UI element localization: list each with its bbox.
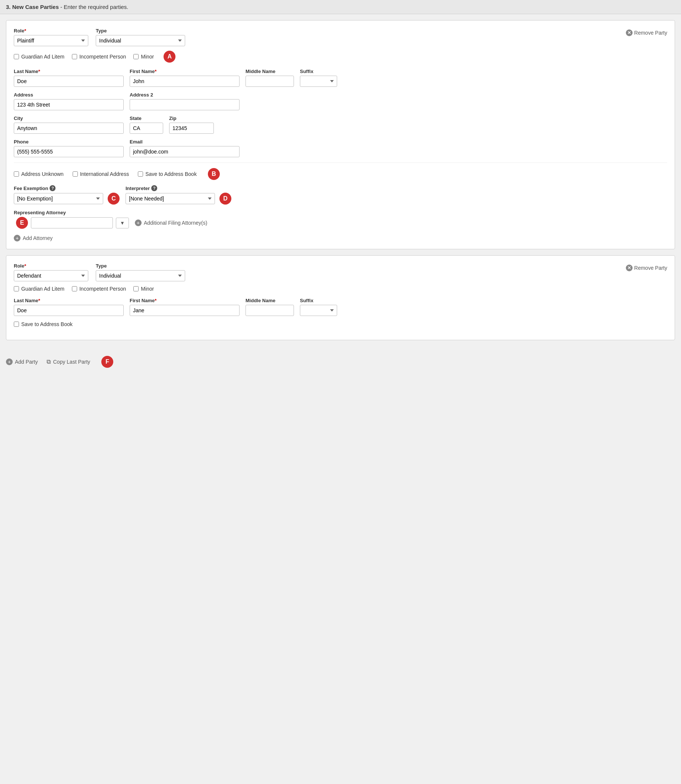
add-party-btn[interactable]: + Add Party (6, 358, 38, 365)
name-row-1: Last Name* First Name* Middle Name Suffi… (14, 68, 667, 87)
remove-party-btn-2[interactable]: ✕ Remove Party (626, 265, 667, 271)
address-unknown-checkbox-1[interactable]: Address Unknown (14, 171, 64, 177)
zip-input-1[interactable] (169, 123, 214, 134)
checkboxes-row-1: Guardian Ad Litem Incompetent Person Min… (14, 51, 667, 63)
last-name-label-1: Last Name* (14, 68, 124, 74)
party-card-1: Role* Plaintiff Type Individual ✕ Remove… (6, 20, 675, 249)
copy-last-party-btn[interactable]: ⧉ Copy Last Party (47, 358, 90, 365)
remove-party-label-2: Remove Party (634, 265, 667, 271)
international-checkbox-1[interactable]: International Address (73, 171, 129, 177)
add-party-icon: + (6, 358, 13, 365)
guardian-checkbox-2[interactable]: Guardian Ad Litem (14, 286, 65, 292)
save-address-input-1[interactable] (138, 171, 143, 177)
page-header: 3. New Case Parties - Enter the required… (0, 0, 681, 14)
last-name-input-1[interactable] (14, 76, 124, 87)
city-input-1[interactable] (14, 123, 124, 134)
filter-attorney-btn-1[interactable]: ▼ (116, 218, 129, 228)
first-name-input-2[interactable] (130, 305, 239, 316)
minor-checkbox-2[interactable]: Minor (133, 286, 154, 292)
incompetent-label-1: Incompetent Person (79, 54, 126, 60)
copy-icon: ⧉ (47, 358, 51, 365)
name-row-2: Last Name* First Name* Middle Name Suffi… (14, 298, 667, 316)
guardian-label-1: Guardian Ad Litem (21, 54, 65, 60)
badge-d: D (219, 193, 231, 204)
role-field-2: Role* Defendant (14, 263, 88, 281)
address2-field-1: Address 2 (130, 92, 239, 110)
header-title: 3. New Case Parties (6, 4, 59, 10)
minor-input-2[interactable] (133, 286, 139, 291)
type-label-1: Type (96, 28, 185, 33)
middle-name-label-2: Middle Name (245, 298, 294, 303)
remove-party-btn-1[interactable]: ✕ Remove Party (626, 29, 667, 36)
middle-name-input-2[interactable] (245, 305, 294, 316)
additional-filing-btn-1[interactable]: + Additional Filing Attorney(s) (135, 220, 207, 226)
fee-exemption-field-1: Fee Exemption ? [No Exemption] C (14, 185, 120, 204)
type-field-1: Type Individual (96, 28, 185, 46)
badge-a: A (163, 51, 176, 63)
remove-party-icon-2: ✕ (626, 265, 633, 271)
last-name-field-1: Last Name* (14, 68, 124, 87)
middle-name-label-1: Middle Name (245, 68, 294, 74)
type-select-1[interactable]: Individual (96, 35, 185, 46)
role-select-2[interactable]: Defendant (14, 270, 88, 281)
city-field-1: City (14, 116, 124, 134)
incompetent-input-2[interactable] (72, 286, 77, 291)
incompetent-checkbox-2[interactable]: Incompetent Person (72, 286, 126, 292)
minor-input-1[interactable] (133, 54, 139, 59)
last-name-label-2: Last Name* (14, 298, 124, 303)
zip-field-1: Zip (169, 116, 214, 134)
badge-e: E (16, 217, 28, 229)
middle-name-input-1[interactable] (245, 76, 294, 87)
suffix-select-1[interactable] (300, 76, 337, 87)
first-name-input-1[interactable] (130, 76, 239, 87)
guardian-input-1[interactable] (14, 54, 19, 59)
interpreter-help-1[interactable]: ? (151, 185, 157, 191)
minor-checkbox-1[interactable]: Minor (133, 54, 154, 60)
interpreter-label-1: Interpreter ? (125, 185, 231, 191)
save-address-row-2: Save to Address Book (14, 321, 667, 327)
first-name-label-2: First Name* (130, 298, 239, 303)
last-name-input-2[interactable] (14, 305, 124, 316)
save-address-checkbox-2[interactable]: Save to Address Book (14, 321, 73, 327)
address-unknown-input-1[interactable] (14, 171, 19, 177)
save-address-label-2: Save to Address Book (21, 321, 73, 327)
minor-label-2: Minor (141, 286, 154, 292)
fee-exemption-select-1[interactable]: [No Exemption] (14, 193, 103, 204)
add-attorney-btn-1[interactable]: + Add Attorney (14, 235, 667, 241)
guardian-input-2[interactable] (14, 286, 19, 291)
international-input-1[interactable] (73, 171, 78, 177)
address-unknown-label-1: Address Unknown (21, 171, 64, 177)
add-attorney-label-1: Add Attorney (23, 235, 52, 241)
suffix-select-2[interactable] (300, 305, 337, 316)
interpreter-select-1[interactable]: [None Needed] (125, 193, 215, 204)
type-select-2[interactable]: Individual (96, 270, 185, 281)
representing-attorney-input-1[interactable] (31, 217, 113, 228)
additional-filing-icon-1: + (135, 220, 142, 226)
fee-exemption-label-1: Fee Exemption ? (14, 185, 120, 191)
interpreter-field-1: Interpreter ? [None Needed] D (125, 185, 231, 204)
city-state-zip-row-1: City State Zip (14, 116, 667, 134)
fee-exemption-help-1[interactable]: ? (49, 185, 55, 191)
middle-name-field-2: Middle Name (245, 298, 294, 316)
city-label-1: City (14, 116, 124, 121)
role-select-1[interactable]: Plaintiff (14, 35, 88, 46)
address-row-1: Address Address 2 (14, 92, 667, 110)
badge-b: B (208, 168, 220, 180)
first-name-field-1: First Name* (130, 68, 239, 87)
guardian-checkbox-1[interactable]: Guardian Ad Litem (14, 54, 65, 60)
state-input-1[interactable] (130, 123, 163, 134)
address-input-1[interactable] (14, 99, 124, 110)
email-field-1: Email (130, 139, 239, 157)
save-address-input-2[interactable] (14, 322, 19, 327)
address2-input-1[interactable] (130, 99, 239, 110)
address2-label-1: Address 2 (130, 92, 239, 98)
phone-input-1[interactable] (14, 146, 124, 157)
representing-attorney-row-1: E ▼ + Additional Filing Attorney(s) (14, 217, 667, 229)
incompetent-checkbox-1[interactable]: Incompetent Person (72, 54, 126, 60)
remove-party-icon-1: ✕ (626, 29, 633, 36)
minor-label-1: Minor (141, 54, 154, 60)
incompetent-input-1[interactable] (72, 54, 77, 59)
email-input-1[interactable] (130, 146, 239, 157)
save-address-checkbox-1[interactable]: Save to Address Book (138, 171, 197, 177)
state-label-1: State (130, 116, 163, 121)
